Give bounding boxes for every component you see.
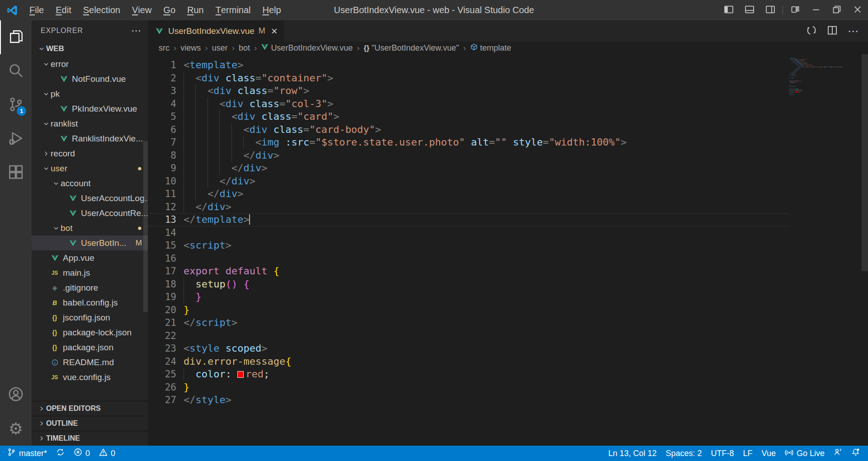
tree-file-useraccountlog-[interactable]: UserAccountLog... [32, 191, 148, 206]
status-errors[interactable]: 0 [69, 448, 94, 459]
code-line-24[interactable]: 24div.error-message{ [148, 355, 789, 368]
tree-file-useraccountre-[interactable]: UserAccountRe... [32, 206, 148, 221]
breadcrumb-item-template[interactable]: template [470, 43, 511, 53]
code-line-10[interactable]: 10</div> [148, 175, 789, 188]
tree-file-notfound-vue[interactable]: NotFound.vue [32, 71, 148, 86]
status-sync[interactable] [52, 448, 69, 459]
activity-explorer[interactable] [0, 20, 32, 54]
status-git-branch[interactable]: master* [3, 448, 52, 459]
editor-scrollbar[interactable] [862, 54, 868, 271]
code-editor[interactable]: 1<template>2<div class="container">3<div… [148, 54, 868, 446]
tree-folder-record[interactable]: record [32, 146, 148, 161]
code-line-13[interactable]: 13</template> [148, 213, 789, 226]
code-line-8[interactable]: 8</div> [148, 149, 789, 162]
code-line-26[interactable]: 26} [148, 381, 789, 394]
split-editor-button[interactable] [827, 25, 838, 38]
tree-file-package-json[interactable]: {}package.json [32, 340, 148, 355]
section-outline[interactable]: OUTLINE [32, 416, 148, 431]
code-line-14[interactable]: 14 [148, 226, 789, 240]
menu-edit[interactable]: Edit [50, 0, 77, 20]
views-and-more-actions-icon[interactable]: ⋯ [131, 25, 142, 37]
menu-go[interactable]: Go [157, 0, 181, 20]
status-go-live[interactable]: Go Live [780, 448, 829, 459]
tree-file-app-vue[interactable]: App.vue [32, 250, 148, 265]
toggle-panel-button[interactable] [739, 0, 760, 20]
code-line-25[interactable]: 25color: red; [148, 368, 789, 381]
status-cursor-position[interactable]: Ln 13, Col 12 [604, 449, 661, 458]
status-indentation[interactable]: Spaces: 2 [661, 449, 707, 458]
code-line-20[interactable]: 20} [148, 304, 789, 317]
activity-extensions[interactable] [0, 156, 32, 190]
code-line-21[interactable]: 21</script> [148, 316, 789, 329]
tree-file-vue-config-js[interactable]: JSvue.config.js [32, 370, 148, 385]
code-line-12[interactable]: 12</div> [148, 201, 789, 214]
section-timeline[interactable]: TIMELINE [32, 431, 148, 446]
code-line-4[interactable]: 4<div class="col-3"> [148, 98, 789, 111]
code-line-17[interactable]: 17export default { [148, 265, 789, 278]
tree-folder-error[interactable]: error [32, 56, 148, 71]
restore-button[interactable] [826, 0, 847, 20]
toggle-primary-sidebar-button[interactable] [718, 0, 739, 20]
tree-file-main-js[interactable]: JSmain.js [32, 265, 148, 280]
tree-file-package-lock-json[interactable]: {}package-lock.json [32, 325, 148, 340]
status-encoding[interactable]: UTF-8 [707, 449, 739, 458]
tree-file-babel-config-js[interactable]: Bbabel.config.js [32, 295, 148, 310]
activity-account[interactable] [0, 378, 32, 412]
tree-folder-account[interactable]: account [32, 176, 148, 191]
code-line-6[interactable]: 6<div class="card-body"> [148, 123, 789, 136]
more-actions-button[interactable]: ⋯ [848, 25, 859, 38]
activity-source-control[interactable]: 1 [0, 88, 32, 122]
status-language-mode[interactable]: Vue [757, 449, 780, 458]
breadcrumb-item-userbotindexview-vue[interactable]: UserBotIndexView.vue [261, 43, 353, 53]
tree-folder-ranklist[interactable]: ranklist [32, 116, 148, 131]
breadcrumb-item--userbotindexview-vue-[interactable]: {}"UserBotIndexView.vue" [363, 43, 459, 53]
code-line-18[interactable]: 18setup() { [148, 278, 789, 291]
tree-folder-user[interactable]: user● [32, 161, 148, 176]
sidebar-scrollbar[interactable] [143, 141, 148, 312]
tab-userbotindexview[interactable]: UserBotIndexView.vue M × [148, 20, 284, 42]
menu-view[interactable]: View [126, 0, 157, 20]
code-line-7[interactable]: 7<img :src="$store.state.user.photo" alt… [148, 136, 789, 149]
section-open-editors[interactable]: OPEN EDITORS [32, 401, 148, 416]
code-line-16[interactable]: 16 [148, 252, 789, 265]
status-eol[interactable]: LF [739, 449, 757, 458]
customize-layout-button[interactable] [785, 0, 806, 20]
code-line-23[interactable]: 23<style scoped> [148, 342, 789, 355]
status-warnings[interactable]: 0 [94, 448, 120, 459]
menu-run[interactable]: Run [181, 0, 210, 20]
activity-run-debug[interactable] [0, 122, 32, 156]
tree-file-userbotin-[interactable]: UserBotIn...M [32, 235, 148, 250]
menu-help[interactable]: Help [257, 0, 287, 20]
toggle-secondary-sidebar-button[interactable] [760, 0, 781, 20]
minimap[interactable]: <template> <div class="container"> <div … [789, 58, 862, 96]
code-line-19[interactable]: 19} [148, 291, 789, 304]
tree-file-ranklistindexvie-[interactable]: RanklistIndexVie... [32, 131, 148, 146]
breadcrumb-item-src[interactable]: src [159, 43, 170, 53]
activity-settings[interactable]: ⚙ [0, 412, 32, 446]
menu-file[interactable]: File [24, 0, 50, 20]
open-changes-button[interactable] [806, 25, 817, 38]
minimize-button[interactable] [806, 0, 826, 20]
tree-file-pkindexview-vue[interactable]: PkIndexView.vue [32, 101, 148, 116]
menu-terminal[interactable]: Terminal [210, 0, 257, 20]
code-line-9[interactable]: 9</div> [148, 162, 789, 175]
breadcrumb-item-bot[interactable]: bot [239, 43, 250, 53]
code-line-15[interactable]: 15<script> [148, 239, 789, 252]
tree-file-jsconfig-json[interactable]: {}jsconfig.json [32, 310, 148, 325]
status-notifications[interactable] [847, 448, 864, 459]
code-line-5[interactable]: 5<div class="card"> [148, 110, 789, 123]
code-line-22[interactable]: 22 [148, 329, 789, 343]
code-line-27[interactable]: 27</style> [148, 394, 789, 407]
tree-folder-pk[interactable]: pk [32, 86, 148, 101]
code-line-3[interactable]: 3<div class="row"> [148, 85, 789, 98]
tree-folder-bot[interactable]: bot● [32, 221, 148, 235]
breadcrumb-item-user[interactable]: user [212, 43, 228, 53]
close-icon[interactable]: × [271, 26, 278, 37]
tree-file-readme-md[interactable]: README.md [32, 355, 148, 370]
breadcrumb-item-views[interactable]: views [180, 43, 201, 53]
close-button[interactable] [847, 0, 868, 20]
workspace-root-web[interactable]: WEB [32, 41, 148, 56]
menu-selection[interactable]: Selection [77, 0, 126, 20]
code-line-1[interactable]: 1<template> [148, 59, 789, 72]
code-line-11[interactable]: 11</div> [148, 188, 789, 201]
